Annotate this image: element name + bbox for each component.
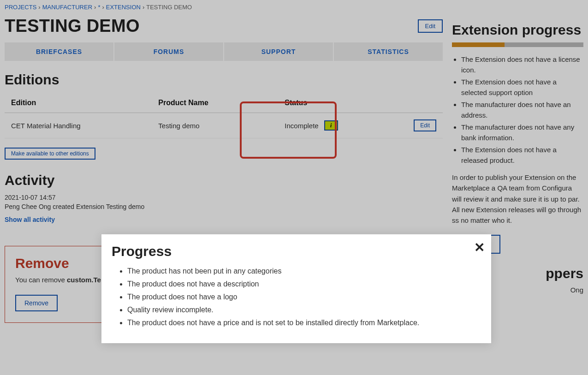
breadcrumb-item[interactable]: EXTENSION — [106, 4, 141, 11]
activity-entry: Peng Chee Ong created Extension Testing … — [5, 203, 443, 210]
breadcrumb-item[interactable]: PROJECTS — [5, 4, 36, 11]
edit-row-button[interactable]: Edit — [414, 119, 436, 131]
breadcrumb-item[interactable]: MANUFACTURER — [42, 4, 92, 11]
chevron-right-icon: › — [94, 4, 96, 11]
modal-list: The product has not been put in any cate… — [112, 266, 481, 328]
tab-support[interactable]: SUPPORT — [224, 42, 334, 61]
info-icon[interactable]: i — [324, 120, 338, 131]
progress-fill — [452, 42, 505, 47]
breadcrumb-item[interactable]: * — [98, 4, 100, 11]
make-available-button[interactable]: Make available to other editions — [5, 148, 95, 160]
list-item: The Extension does not have a selected s… — [461, 77, 583, 98]
progress-description: In order to publish your Extension on th… — [452, 172, 583, 226]
edit-extension-button[interactable]: Edit — [418, 19, 443, 33]
page-title: TESTING DEMO — [5, 16, 140, 36]
breadcrumb-current: TESTING DEMO — [146, 4, 192, 11]
tab-statistics[interactable]: STATISTICS — [334, 42, 443, 61]
list-item: The Extension does not have a license ic… — [461, 54, 583, 75]
progress-checklist: The Extension does not have a license ic… — [452, 54, 583, 166]
editions-heading: Editions — [5, 72, 443, 88]
extension-progress-heading: Extension progress — [452, 22, 583, 38]
modal-title: Progress — [112, 244, 481, 259]
chevron-right-icon: › — [143, 4, 144, 11]
tab-forums[interactable]: FORUMS — [114, 42, 224, 61]
tab-briefcases[interactable]: BRIEFCASES — [5, 42, 114, 61]
chevron-right-icon: › — [38, 4, 40, 11]
list-item: The product does not have a logo — [127, 292, 481, 303]
progress-bar — [452, 42, 583, 47]
list-item: The product does not have a description — [127, 279, 481, 290]
cell-edition: CET Material Handling — [5, 113, 152, 138]
col-status: Status — [264, 93, 407, 113]
cell-product: Testing demo — [152, 113, 264, 138]
show-all-activity-link[interactable]: Show all activity — [5, 216, 55, 223]
breadcrumb: PROJECTS › MANUFACTURER › * › EXTENSION … — [5, 4, 443, 11]
chevron-right-icon: › — [102, 4, 104, 11]
list-item: The manufacturer does not have any bank … — [461, 122, 583, 143]
list-item: Quality review incomplete. — [127, 304, 481, 315]
cell-status: Incomplete — [285, 122, 318, 130]
list-item: The product has not been put in any cate… — [127, 266, 481, 277]
close-icon[interactable]: ✕ — [474, 240, 485, 255]
list-item: The product does not have a price and is… — [127, 317, 481, 328]
col-edition: Edition — [5, 93, 152, 113]
table-row: CET Material Handling Testing demo Incom… — [5, 113, 443, 138]
editions-table: Edition Product Name Status CET Material… — [5, 93, 443, 138]
activity-heading: Activity — [5, 173, 443, 188]
col-product: Product Name — [152, 93, 264, 113]
tab-bar: BRIEFCASES FORUMS SUPPORT STATISTICS — [5, 42, 443, 61]
list-item: The Extension does not have a released p… — [461, 145, 583, 166]
activity-timestamp: 2021-10-07 14:57 — [5, 194, 443, 201]
list-item: The manufacturer does not have an addres… — [461, 100, 583, 120]
progress-modal: ✕ Progress The product has not been put … — [101, 234, 491, 343]
remove-button[interactable]: Remove — [15, 295, 58, 311]
